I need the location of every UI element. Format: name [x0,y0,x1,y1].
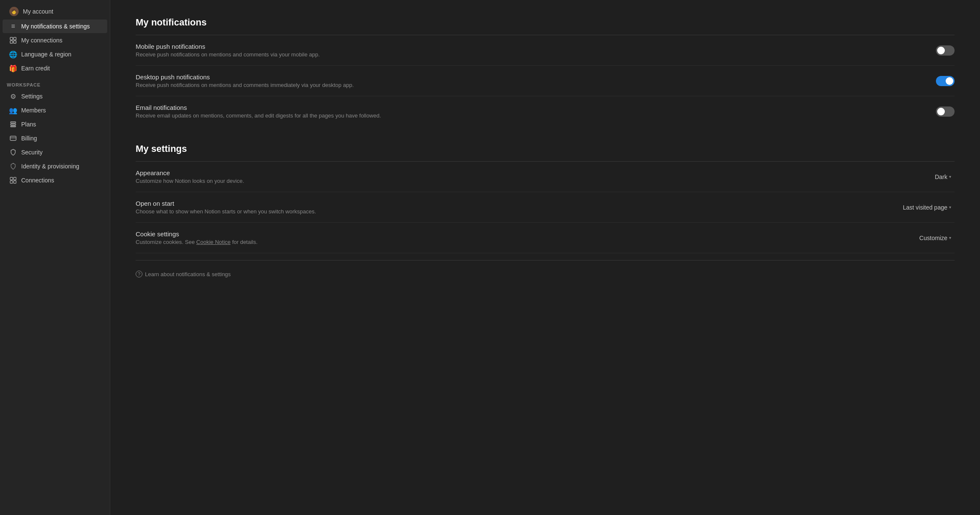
language-icon: 🌐 [9,50,17,58]
mobile-push-toggle[interactable] [936,45,955,56]
mobile-push-slider [936,45,955,56]
appearance-row: Appearance Customize how Notion looks on… [136,162,955,192]
notifications-title: My notifications [136,17,955,28]
sidebar-item-my-account[interactable]: 🧑 My account [3,4,107,19]
cookie-settings-text: Cookie settings Customize cookies. See C… [136,230,258,245]
appearance-value: Dark [935,174,947,180]
email-notifications-label: Email notifications [136,104,381,111]
svg-rect-4 [11,122,16,123]
members-icon: 👥 [9,106,17,114]
desktop-push-text: Desktop push notifications Receive push … [136,73,354,88]
email-notifications-text: Email notifications Receive email update… [136,104,381,119]
settings-title: My settings [136,143,955,154]
svg-rect-9 [10,177,13,180]
sidebar-item-label: Settings [21,93,43,100]
email-notifications-toggle[interactable] [936,106,955,117]
cookie-settings-value: Customize [919,235,947,241]
appearance-dropdown[interactable]: Dark ▾ [931,172,955,182]
sidebar-item-language-region[interactable]: 🌐 Language & region [3,48,107,61]
open-on-start-desc: Choose what to show when Notion starts o… [136,208,316,215]
learn-link-icon: ? [136,271,142,277]
identity-provisioning-icon [9,162,17,170]
email-notifications-row: Email notifications Receive email update… [136,96,955,126]
connections-workspace-icon [9,176,17,184]
avatar: 🧑 [9,7,19,16]
svg-rect-2 [10,41,13,43]
connections-icon [9,36,17,44]
sidebar-item-security[interactable]: Security [3,146,107,159]
appearance-label: Appearance [136,169,244,176]
desktop-push-desc: Receive push notifications on mentions a… [136,82,354,88]
cookie-desc-prefix: Customize cookies. See [136,239,196,245]
open-on-start-text: Open on start Choose what to show when N… [136,200,316,215]
svg-rect-5 [11,124,16,125]
sidebar-item-label: My connections [21,37,62,44]
cookie-settings-dropdown[interactable]: Customize ▾ [916,233,955,243]
desktop-push-label: Desktop push notifications [136,73,354,81]
cookie-settings-row: Cookie settings Customize cookies. See C… [136,223,955,253]
sidebar-item-label: My notifications & settings [21,23,90,30]
billing-icon [9,134,17,142]
sidebar-item-label: Members [21,107,46,114]
mobile-push-text: Mobile push notifications Receive push n… [136,43,320,58]
open-on-start-chevron-icon: ▾ [949,205,951,210]
svg-rect-12 [14,181,16,183]
sidebar-item-label: Security [21,149,43,156]
sidebar-item-label: Connections [21,177,54,184]
learn-link-text: Learn about notifications & settings [145,271,231,277]
sidebar-item-label: Plans [21,121,36,128]
desktop-push-row: Desktop push notifications Receive push … [136,66,955,96]
open-on-start-value: Last visited page [903,204,947,211]
sidebar-item-label: Language & region [21,51,71,58]
sidebar-item-label: My account [23,8,53,15]
sidebar-item-connections[interactable]: Connections [3,174,107,187]
appearance-text: Appearance Customize how Notion looks on… [136,169,244,184]
main-content: My notifications Mobile push notificatio… [110,0,980,515]
sidebar-item-members[interactable]: 👥 Members [3,104,107,117]
security-icon [9,148,17,156]
notifications-section: My notifications Mobile push notificatio… [136,17,955,126]
svg-rect-11 [10,181,13,183]
sidebar-item-plans[interactable]: Plans [3,118,107,131]
cookie-desc-suffix: for details. [231,239,258,245]
open-on-start-dropdown[interactable]: Last visited page ▾ [899,202,955,213]
cookie-settings-desc: Customize cookies. See Cookie Notice for… [136,239,258,245]
svg-rect-7 [10,136,16,140]
earn-credit-icon: 🎁 [9,64,17,72]
notifications-icon: ≡ [9,22,17,30]
sidebar-item-label: Earn credit [21,65,50,72]
svg-rect-3 [14,41,16,43]
sidebar-item-label: Billing [21,135,37,142]
learn-link[interactable]: ? Learn about notifications & settings [136,271,955,277]
settings-icon: ⚙ [9,92,17,100]
svg-rect-6 [11,126,16,127]
cookie-settings-label: Cookie settings [136,230,258,238]
sidebar-item-identity-provisioning[interactable]: Identity & provisioning [3,160,107,173]
cookie-notice-link[interactable]: Cookie Notice [196,239,231,245]
sidebar-item-my-connections[interactable]: My connections [3,34,107,47]
desktop-push-toggle[interactable] [936,76,955,86]
svg-rect-0 [10,37,13,40]
email-notifications-slider [936,106,955,117]
bottom-divider [136,260,955,260]
svg-rect-10 [14,177,16,180]
mobile-push-desc: Receive push notifications on mentions a… [136,51,320,58]
open-on-start-label: Open on start [136,200,316,207]
mobile-push-label: Mobile push notifications [136,43,320,50]
sidebar-item-my-notifications[interactable]: ≡ My notifications & settings [3,20,107,33]
desktop-push-slider [936,76,955,86]
email-notifications-desc: Receive email updates on mentions, comme… [136,112,381,119]
plans-icon [9,120,17,128]
appearance-desc: Customize how Notion looks on your devic… [136,178,244,184]
workspace-section-label: WORKSPACE [0,76,110,89]
appearance-chevron-icon: ▾ [949,174,951,179]
sidebar-item-label: Identity & provisioning [21,163,79,170]
cookie-settings-chevron-icon: ▾ [949,235,951,240]
sidebar-item-billing[interactable]: Billing [3,132,107,145]
svg-rect-1 [14,37,16,40]
mobile-push-row: Mobile push notifications Receive push n… [136,35,955,66]
sidebar-item-settings[interactable]: ⚙ Settings [3,90,107,103]
sidebar-item-earn-credit[interactable]: 🎁 Earn credit [3,62,107,75]
sidebar: 🧑 My account ≡ My notifications & settin… [0,0,110,515]
open-on-start-row: Open on start Choose what to show when N… [136,192,955,223]
